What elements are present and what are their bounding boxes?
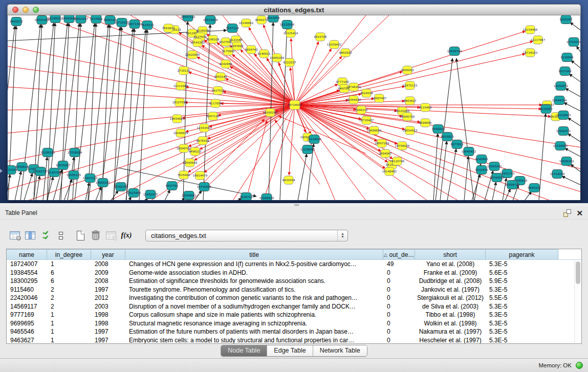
table-cell[interactable]: 5.3E-5	[486, 303, 558, 310]
panel-splitter[interactable]	[0, 203, 588, 207]
column-header-name[interactable]: name	[7, 249, 47, 259]
table-cell[interactable]: 6	[47, 277, 91, 285]
table-cell[interactable]: 1	[47, 337, 91, 344]
table-cell[interactable]: 1	[47, 320, 91, 327]
table-cell[interactable]: 14569117	[7, 303, 47, 310]
table-cell[interactable]: Hescheler et al. (1997)	[415, 337, 486, 344]
table-cell[interactable]: 9699695	[7, 320, 47, 327]
table-cell[interactable]: 6	[47, 269, 91, 276]
table-cell[interactable]: 2008	[91, 277, 125, 285]
column-header-short[interactable]: short	[415, 249, 486, 259]
table-cell[interactable]: 0	[383, 337, 415, 344]
table-cell[interactable]: 1	[47, 260, 91, 268]
table-cell[interactable]: 2003	[91, 303, 125, 310]
memory-label[interactable]: Memory: OK	[538, 362, 572, 368]
table-cell[interactable]: Structural magnetic resonance image aver…	[125, 320, 383, 327]
memory-ok-indicator[interactable]	[576, 362, 583, 369]
table-scrollbar-thumb[interactable]	[576, 261, 580, 284]
table-cell[interactable]: 2008	[91, 260, 125, 268]
table-cell[interactable]: Tibbo et al. (1998)	[415, 311, 486, 318]
table-cell[interactable]: 2	[47, 294, 91, 301]
table-row[interactable]: 969969511998Structural magnetic resonanc…	[7, 319, 581, 328]
table-cell[interactable]: Embryonic stem cells: a model to study s…	[125, 337, 383, 344]
table-cell[interactable]: 5.3E-5	[486, 328, 558, 335]
tab-edge-table[interactable]: Edge Table	[267, 345, 313, 356]
table-cell[interactable]: 9463627	[7, 337, 47, 344]
table-cell[interactable]: Wolkin et al. (1998)	[415, 320, 486, 327]
table-row[interactable]: 1938455462009Genome-wide association stu…	[7, 269, 581, 277]
float-panel-icon[interactable]	[563, 209, 571, 217]
table-cell[interactable]: 1998	[91, 311, 125, 318]
table-cell[interactable]: Tourette syndrome. Phenomenology and cla…	[125, 286, 383, 293]
close-panel-icon[interactable]: ✕	[576, 209, 583, 217]
table-cell[interactable]: 0	[383, 269, 415, 276]
table-cell[interactable]: 9115460	[7, 286, 47, 293]
network-table-selector[interactable]: citations_edges.txt ▲▼	[145, 230, 348, 242]
column-header-pagerank[interactable]: pagerank	[486, 249, 558, 259]
table-row[interactable]: 946554611997Estimation of the future num…	[7, 327, 581, 336]
table-row[interactable]: 911546021997Tourette syndrome. Phenomeno…	[7, 286, 581, 294]
table-cell[interactable]: 9465546	[7, 328, 47, 335]
table-cell[interactable]: 0	[383, 320, 415, 327]
table-cell[interactable]: de Silva et al. (2003)	[415, 303, 486, 310]
column-header-year[interactable]: year	[91, 249, 125, 259]
column-header-out_de[interactable]: △out_de…	[383, 249, 415, 259]
table-cell[interactable]: 1997	[91, 286, 125, 293]
table-cell[interactable]: Disruption of a novel member of a sodium…	[125, 303, 383, 310]
table-cell[interactable]: Corpus callosum shape and size in male p…	[125, 311, 383, 318]
table-cell[interactable]: 2	[47, 303, 91, 310]
table-cell[interactable]: 5.9E-5	[486, 277, 558, 285]
window-titlebar[interactable]: citations_edges.txt	[7, 4, 581, 15]
table-cell[interactable]: Estimation of significance thresholds fo…	[125, 277, 383, 285]
network-canvas[interactable]: 1872400712213343842751218107554911700619…	[8, 15, 580, 200]
network-svg[interactable]: 1872400712213343842751218107554911700619…	[8, 15, 580, 200]
table-cell[interactable]: 1	[47, 311, 91, 318]
table-cell[interactable]: 0	[383, 277, 415, 285]
table-cell[interactable]: Changes of HCN gene expression and I(f) …	[125, 260, 383, 268]
table-scrollbar[interactable]	[574, 260, 581, 343]
function-builder-button[interactable]: f(x)	[119, 228, 134, 243]
table-row[interactable]: 1872400712008Changes of HCN gene express…	[7, 260, 581, 269]
table-row[interactable]: 1456911722003Disruption of a novel membe…	[7, 302, 581, 311]
table-row[interactable]: 2242004622012Investigating the contribut…	[7, 294, 581, 302]
tab-node-table[interactable]: Node Table	[221, 345, 267, 356]
table-row[interactable]: 946362711997Embryonic stem cells: a mode…	[7, 336, 581, 344]
table-cell[interactable]: 1997	[91, 328, 125, 335]
table-cell[interactable]: 0	[383, 328, 415, 335]
table-row[interactable]: 1830029562008Estimation of significance …	[7, 277, 581, 286]
column-header-in_degree[interactable]: in_degree	[47, 249, 91, 259]
table-cell[interactable]: Stergiakouli et al. (2012)	[415, 294, 486, 301]
table-cell[interactable]: 0	[383, 294, 415, 301]
table-cell[interactable]: 5.6E-5	[486, 269, 558, 276]
table-cell[interactable]: 5.5E-5	[486, 294, 558, 301]
table-cell[interactable]: 5.3E-5	[486, 260, 558, 268]
collapse-panel-arrow-icon[interactable]	[0, 169, 3, 173]
table-cell[interactable]: 22420046	[7, 294, 47, 301]
table-cell[interactable]: 1	[47, 328, 91, 335]
table-cell[interactable]: 5.3E-5	[486, 286, 558, 293]
table-cell[interactable]: 1998	[91, 320, 125, 327]
table-cell[interactable]: 2012	[91, 294, 125, 301]
table-cell[interactable]: 1997	[91, 337, 125, 344]
table-cell[interactable]: 5.3E-5	[486, 337, 558, 344]
table-cell[interactable]: 0	[383, 286, 415, 293]
table-cell[interactable]: Estimation of the future numbers of pati…	[125, 328, 383, 335]
table-cell[interactable]: Yano et al. (2008)	[415, 260, 486, 268]
table-cell[interactable]: 2009	[91, 269, 125, 276]
select-rows-button[interactable]: ▫✓▫✓	[38, 228, 53, 243]
tab-network-table[interactable]: Network Table	[313, 345, 367, 356]
table-cell[interactable]: Dudbridge et al. (2008)	[415, 277, 486, 285]
table-cell[interactable]: 19384554	[7, 269, 47, 276]
table-cell[interactable]: 5.3E-5	[486, 320, 558, 327]
table-cell[interactable]: 18300295	[7, 277, 47, 285]
table-cell[interactable]: 0	[383, 303, 415, 310]
table-cell[interactable]: Investigating the contribution of common…	[125, 294, 383, 301]
table-cell[interactable]: 2	[47, 286, 91, 293]
new-table-button[interactable]	[73, 228, 88, 243]
column-selection-button[interactable]	[23, 228, 38, 243]
table-settings-button[interactable]	[7, 228, 23, 243]
column-header-title[interactable]: title	[125, 249, 383, 259]
delete-column-button[interactable]	[88, 228, 103, 243]
table-cell[interactable]: 9777169	[7, 311, 47, 318]
table-cell[interactable]: Franke et al. (2009)	[415, 269, 486, 276]
